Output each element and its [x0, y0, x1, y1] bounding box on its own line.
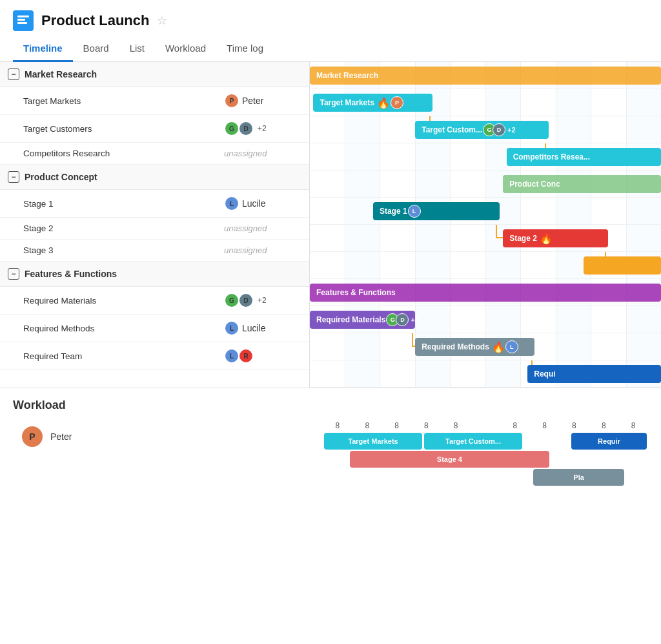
- fire-icon-stage2: 🔥: [540, 233, 553, 245]
- wl-bar-target-markets: Target Markets: [324, 433, 422, 450]
- gantt-bar-req-methods[interactable]: Required Methods 🔥 L: [415, 338, 534, 356]
- gantt-label-req-materials: Required Materials: [316, 315, 385, 324]
- bar-avatars-req-materials: G D +2: [389, 313, 419, 326]
- gantt-bar-market-research[interactable]: Market Research: [310, 67, 661, 85]
- workload-title: Workload: [13, 399, 648, 412]
- workload-avatar-peter: P: [21, 425, 44, 448]
- assignee-stage1: L Lucile: [224, 196, 301, 211]
- gantt-bar-stage1[interactable]: Stage 1 L: [373, 202, 500, 220]
- star-icon[interactable]: ☆: [157, 14, 167, 28]
- group-label-features-functions: Features & Functions: [25, 269, 117, 279]
- task-row-target-customers: Target Customers G D +2: [0, 115, 309, 143]
- bar-avatars-req-methods: L: [509, 340, 518, 353]
- gantt-bar-target-customers[interactable]: Target Custom... G D +2: [415, 121, 549, 139]
- group-label-product-concept: Product Concept: [25, 172, 97, 182]
- gantt-bar-competitors-research[interactable]: Competitors Resea...: [507, 148, 661, 166]
- tab-list[interactable]: List: [119, 36, 155, 62]
- task-row-stage3: Stage 3 unassigned: [0, 240, 309, 262]
- svg-rect-1: [17, 19, 25, 21]
- assignee-name-target-markets: Peter: [242, 96, 263, 106]
- wl-num-5: 8: [441, 420, 471, 431]
- gantt-label-req-methods: Required Methods: [422, 342, 489, 351]
- collapse-product-concept[interactable]: −: [8, 171, 19, 183]
- svg-rect-0: [17, 16, 29, 17]
- gantt-row-features-functions: Features & Functions: [310, 279, 661, 306]
- wl-num-11: 8: [618, 420, 648, 431]
- svg-rect-2: [17, 22, 27, 24]
- avatar-1-req-team: L: [224, 348, 239, 364]
- bar-avatar-2-rm: D: [396, 313, 409, 326]
- unassigned-competitors-research: unassigned: [224, 149, 267, 158]
- collapse-market-research[interactable]: −: [8, 68, 19, 80]
- workload-row-peter: P Peter 8 8 8 8 8 8 8 8 8 8 Target Marke…: [13, 420, 648, 486]
- task-row-req-team: Required Team L R: [0, 342, 309, 370]
- page-title: Product Launch: [41, 12, 149, 29]
- gantt-label-competitors-research: Competitors Resea...: [513, 152, 590, 161]
- app-header: Product Launch ☆: [0, 0, 661, 31]
- wl-gap3: [551, 451, 647, 468]
- gantt-bar-target-markets[interactable]: Target Markets 🔥 P: [313, 94, 432, 112]
- gantt-row-target-markets: Target Markets 🔥 P: [310, 89, 661, 116]
- task-row-stage2: Stage 2 unassigned: [0, 218, 309, 240]
- gantt-label-product-concept: Product Conc: [509, 180, 560, 189]
- gantt-label-stage1: Stage 1: [380, 207, 407, 216]
- bar-count-rm: +2: [411, 316, 419, 324]
- gantt-row-req-methods: Required Methods 🔥 L: [310, 333, 661, 360]
- gantt-label-market-research: Market Research: [316, 71, 378, 80]
- tab-timeline[interactable]: Timeline: [13, 36, 73, 62]
- gantt-bar-stage3[interactable]: [584, 256, 661, 275]
- gantt-bar-product-concept[interactable]: Product Conc: [503, 175, 661, 193]
- avatar-count-req-materials: +2: [258, 296, 267, 305]
- gantt-label-target-customers: Target Custom...: [422, 125, 482, 134]
- task-row-target-markets: Target Markets P Peter: [0, 87, 309, 115]
- bar-avatar-peter: P: [391, 96, 403, 109]
- avatar-lucile-stage1: L: [224, 196, 239, 211]
- wl-gap1: [524, 433, 569, 450]
- gantt-row-stage1: Stage 1 L: [310, 198, 661, 225]
- gantt-row-product-concept: Product Conc: [310, 171, 661, 198]
- assignee-target-markets: P Peter: [224, 93, 301, 109]
- gantt-bar-req-materials[interactable]: Required Materials G D +2: [310, 311, 415, 329]
- bar-avatar-lucile-s1: L: [408, 205, 421, 218]
- gantt-row-req-materials: Required Materials G D +2: [310, 306, 661, 333]
- assignee-name-req-methods: Lucile: [242, 323, 266, 333]
- task-name-stage1: Stage 1: [23, 199, 219, 209]
- task-name-req-methods: Required Methods: [23, 324, 219, 333]
- wl-num-1: 8: [323, 420, 352, 431]
- wl-num-2: 8: [352, 420, 382, 431]
- wl-gap4: [324, 469, 531, 486]
- group-market-research: − Market Research: [0, 62, 309, 87]
- wl-bar-target-custom: Target Custom...: [424, 433, 522, 450]
- tab-timelog[interactable]: Time log: [216, 36, 274, 62]
- workload-section: Workload P Peter 8 8 8 8 8 8 8 8 8 8: [0, 388, 661, 491]
- gantt-bar-features-functions[interactable]: Features & Functions: [310, 284, 661, 302]
- task-name-stage2: Stage 2: [23, 223, 219, 233]
- gantt-row-competitors-research: Competitors Resea...: [310, 143, 661, 171]
- group-features-functions: − Features & Functions: [0, 262, 309, 287]
- collapse-features-functions[interactable]: −: [8, 268, 19, 280]
- avatar-peter: P: [224, 93, 239, 109]
- task-row-req-materials: Required Materials G D +2: [0, 287, 309, 315]
- bar-avatars-target-customers: G D +2: [486, 123, 516, 136]
- gantt-bar-req-team[interactable]: Requi: [527, 365, 661, 383]
- tab-workload[interactable]: Workload: [155, 36, 216, 62]
- app-icon: [13, 10, 34, 31]
- task-row-stage1: Stage 1 L Lucile: [0, 190, 309, 218]
- avatar-2-req-team: R: [238, 348, 254, 364]
- bar-avatar-2-tc: D: [493, 123, 505, 136]
- tab-board[interactable]: Board: [73, 36, 119, 62]
- wl-num-8: 8: [530, 420, 560, 431]
- avatar-2-req-materials: D: [238, 293, 254, 308]
- workload-numbers: 8 8 8 8 8 8 8 8 8 8: [323, 420, 648, 431]
- workload-bars-row3: Pla: [323, 469, 648, 486]
- gantt-row-stage2: Stage 2 🔥: [310, 225, 661, 252]
- assignee-req-team: L R: [224, 348, 301, 364]
- avatar-1-req-materials: G: [224, 293, 239, 308]
- gantt-bar-stage2[interactable]: Stage 2 🔥: [503, 229, 608, 247]
- assignee-competitors-research: unassigned: [224, 149, 301, 158]
- wl-bar-requir: Requir: [571, 433, 647, 450]
- gantt-row-target-customers: Target Custom... G D +2: [310, 116, 661, 143]
- gantt-label-features-functions: Features & Functions: [316, 288, 396, 297]
- task-name-competitors-research: Competitors Research: [23, 149, 219, 158]
- timeline-content: − Market Research Target Markets P Peter…: [0, 62, 661, 388]
